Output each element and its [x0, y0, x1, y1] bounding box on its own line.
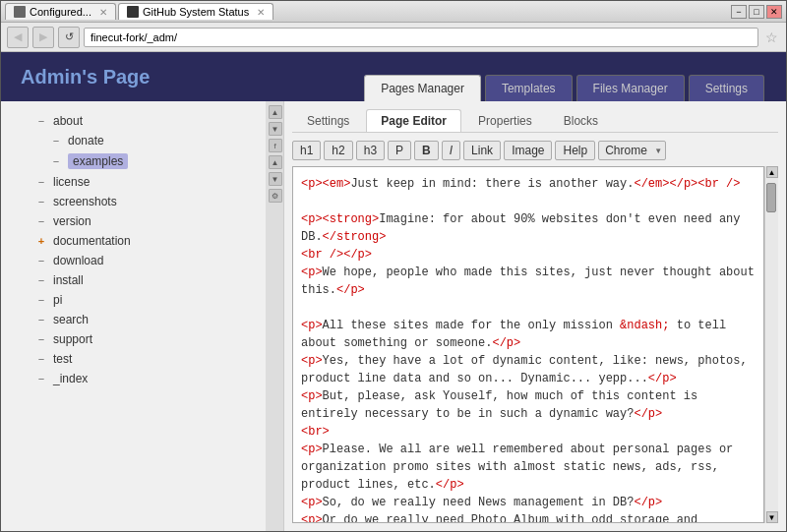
tab-templates[interactable]: Templates	[485, 75, 573, 101]
sidebar-item-documentation[interactable]: + documentation	[16, 231, 251, 251]
tab-close-2[interactable]: ✕	[257, 7, 265, 18]
sub-tab-page-editor[interactable]: Page Editor	[366, 109, 461, 132]
sidebar-ctrl-up[interactable]: ▲	[269, 105, 282, 119]
reload-button[interactable]: ↺	[58, 27, 80, 48]
tab-label-2: GitHub System Status	[143, 6, 249, 18]
minimize-button[interactable]: −	[731, 5, 747, 19]
editor-toolbar: h1 h2 h3 P B I Link Image Help Chrome Fi…	[292, 141, 778, 160]
prefix-download: −	[35, 255, 47, 266]
sidebar-item-download[interactable]: − download	[16, 251, 251, 270]
main-content: Admin's Page Pages Manager Templates Fil…	[1, 52, 786, 531]
sidebar-item-search[interactable]: − search	[16, 310, 251, 329]
editor-container: <p><em>Just keep in mind: there is anoth…	[292, 166, 764, 523]
label-documentation: documentation	[53, 234, 131, 248]
tab-github[interactable]: GitHub System Status ✕	[118, 3, 273, 20]
label-search: search	[53, 313, 89, 326]
sidebar-ctrl-f[interactable]: f	[269, 139, 282, 152]
scroll-track[interactable]	[766, 178, 778, 511]
sidebar-item-pi[interactable]: − pi	[16, 290, 251, 310]
tab-files-manager[interactable]: Files Manager	[576, 75, 685, 101]
toolbar-bold[interactable]: B	[414, 141, 439, 160]
label-about: about	[53, 114, 83, 128]
prefix-pi: −	[35, 294, 47, 306]
label-download: download	[53, 254, 103, 267]
editor-row: <p><em>Just keep in mind: there is anoth…	[292, 166, 778, 523]
sidebar-ctrl-up2[interactable]: ▲	[269, 155, 282, 169]
window-controls: − □ ✕	[731, 5, 782, 19]
toolbar-help[interactable]: Help	[555, 141, 595, 160]
toolbar-link[interactable]: Link	[463, 141, 501, 160]
tab-favicon-2	[127, 6, 139, 18]
sidebar-item-install[interactable]: − install	[16, 270, 251, 290]
browser-select[interactable]: Chrome Firefox Safari	[598, 141, 666, 160]
toolbar-h1[interactable]: h1	[292, 141, 321, 160]
toolbar-h2[interactable]: h2	[324, 141, 352, 160]
sidebar-item-screenshots[interactable]: − screenshots	[16, 192, 251, 211]
label-screenshots: screenshots	[53, 195, 117, 208]
editor-panel: Settings Page Editor Properties Blocks h…	[284, 101, 786, 531]
browser-toolbar: ◀ ▶ ↺ ☆	[1, 23, 786, 52]
sidebar-item-test[interactable]: − test	[16, 349, 251, 369]
forward-button[interactable]: ▶	[32, 27, 54, 48]
sub-tab-blocks[interactable]: Blocks	[549, 109, 613, 132]
label-donate: donate	[68, 134, 104, 148]
prefix-search: −	[35, 314, 47, 325]
admin-title: Admin's Page	[21, 66, 364, 89]
prefix-version: −	[35, 215, 47, 227]
sidebar-ctrl-down[interactable]: ▼	[269, 122, 282, 136]
tab-pages-manager[interactable]: Pages Manager	[364, 75, 481, 101]
sidebar-controls: ▲ ▼ f ▲ ▼ ⚙	[267, 101, 284, 531]
editor-content[interactable]: <p><em>Just keep in mind: there is anoth…	[293, 167, 763, 522]
tab-label-1: Configured...	[30, 6, 91, 18]
toolbar-italic[interactable]: I	[442, 141, 460, 160]
prefix-about: −	[35, 115, 47, 127]
toolbar-h3[interactable]: h3	[356, 141, 385, 160]
tab-favicon-1	[14, 6, 26, 18]
label-install: install	[53, 273, 84, 287]
sidebar-item-donate[interactable]: − donate	[16, 131, 251, 150]
bookmark-icon[interactable]: ☆	[762, 29, 780, 46]
sidebar-item-license[interactable]: − license	[16, 172, 251, 192]
tab-close-1[interactable]: ✕	[99, 7, 107, 18]
sidebar-ctrl-down2[interactable]: ▼	[269, 172, 282, 186]
toolbar-p[interactable]: P	[388, 141, 411, 160]
prefix-test: −	[35, 353, 47, 365]
tab-configured[interactable]: Configured... ✕	[5, 3, 116, 20]
browser-select-wrapper: Chrome Firefox Safari	[598, 141, 666, 160]
label-pi: pi	[53, 293, 62, 307]
label-index: _index	[53, 372, 88, 385]
sidebar-item-examples[interactable]: − examples	[16, 150, 251, 172]
prefix-install: −	[35, 274, 47, 286]
label-support: support	[53, 332, 92, 346]
prefix-support: −	[35, 333, 47, 345]
tab-settings[interactable]: Settings	[689, 75, 764, 101]
sub-tab-properties[interactable]: Properties	[463, 109, 547, 132]
window-frame: Configured... ✕ GitHub System Status ✕ −…	[0, 0, 787, 532]
scroll-down-arrow[interactable]: ▼	[766, 511, 778, 523]
prefix-examples: −	[50, 155, 62, 167]
title-bar: Configured... ✕ GitHub System Status ✕ −…	[1, 1, 786, 23]
back-button[interactable]: ◀	[7, 27, 29, 48]
sidebar-item-support[interactable]: − support	[16, 329, 251, 349]
scroll-up-arrow[interactable]: ▲	[766, 166, 778, 178]
label-version: version	[53, 214, 91, 228]
address-bar[interactable]	[84, 28, 758, 47]
sidebar-item-index[interactable]: − _index	[16, 369, 251, 388]
admin-header: Admin's Page Pages Manager Templates Fil…	[1, 52, 786, 101]
sub-tab-settings[interactable]: Settings	[292, 109, 364, 132]
content-area: − about − donate − examples − license −	[1, 101, 786, 531]
browser-tabs: Configured... ✕ GitHub System Status ✕	[5, 3, 731, 20]
label-examples: examples	[68, 153, 128, 169]
sidebar-item-about[interactable]: − about	[16, 111, 251, 131]
scroll-thumb[interactable]	[766, 183, 776, 212]
prefix-screenshots: −	[35, 196, 47, 207]
prefix-donate: −	[50, 135, 62, 147]
editor-scrollbar: ▲ ▼	[764, 166, 778, 523]
sub-tabs: Settings Page Editor Properties Blocks	[292, 109, 778, 133]
sidebar-item-version[interactable]: − version	[16, 211, 251, 231]
maximize-button[interactable]: □	[749, 5, 764, 19]
label-license: license	[53, 175, 90, 189]
sidebar-ctrl-gear[interactable]: ⚙	[269, 189, 282, 203]
toolbar-image[interactable]: Image	[504, 141, 552, 160]
close-button[interactable]: ✕	[766, 5, 782, 19]
